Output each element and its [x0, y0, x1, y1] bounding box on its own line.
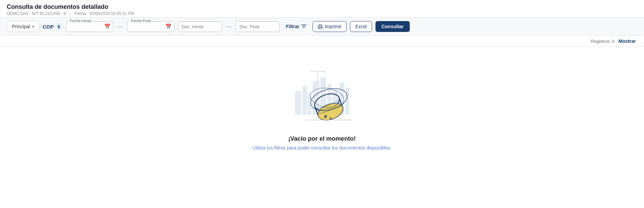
filtrar-label: Filtrar [286, 24, 299, 29]
fecha-final-label: Fecha Final [130, 19, 151, 23]
doc-final-field [236, 21, 280, 32]
filtrar-button[interactable]: Filtrar [283, 21, 309, 32]
fecha-inicial-field: Fecha Inicial 01/09/2024 📅 [66, 21, 113, 32]
doc-final-input[interactable] [236, 21, 280, 32]
subtitle-divider: | [70, 11, 71, 16]
currency-icon: $ [55, 23, 62, 30]
company-name: DEMO SAS - NIT 85,133,458 - 9 [7, 11, 66, 16]
svg-rect-9 [345, 88, 349, 115]
chevron-down-icon: ▾ [32, 24, 34, 29]
page-subtitle: DEMO SAS - NIT 85,133,458 - 9 | Fecha: 0… [7, 11, 637, 16]
empty-illustration [285, 60, 360, 128]
consultar-button[interactable]: Consultar [375, 21, 410, 32]
svg-rect-12 [325, 72, 326, 79]
doc-inicial-input[interactable] [178, 21, 222, 32]
date-range-separator: — [117, 23, 123, 30]
empty-subtitle: Utiliza los filtros para poder consultar… [253, 145, 391, 151]
page-title: Consulta de documentos detallado [7, 3, 637, 11]
fecha-inicial-input[interactable]: 01/09/2024 [66, 21, 113, 32]
filter-icon [301, 24, 307, 29]
svg-rect-2 [302, 86, 307, 115]
svg-point-21 [330, 117, 332, 120]
results-bar: Registros: 0 Mostrar [0, 36, 644, 47]
imprimir-label: Imprimir [325, 24, 342, 29]
doc-range-separator: — [226, 23, 232, 30]
svg-rect-11 [310, 71, 326, 72]
registros-count: Registros: 0 [591, 39, 614, 44]
toolbar: Principal ▾ COP $ Fecha Inicial 01/09/20… [0, 18, 644, 36]
print-icon [318, 24, 323, 29]
currency-selector[interactable]: COP $ [43, 23, 63, 30]
currency-code: COP [43, 24, 54, 30]
consultar-label: Consultar [382, 24, 404, 29]
empty-title: ¡Vacío por el momento! [288, 135, 356, 142]
imprimir-button[interactable]: Imprimir [313, 21, 347, 32]
principal-label: Principal [12, 24, 30, 29]
empty-state: ¡Vacío por el momento! Utiliza los filtr… [0, 47, 644, 171]
svg-rect-10 [317, 71, 318, 91]
mostrar-button[interactable]: Mostrar [619, 38, 636, 44]
svg-point-20 [324, 115, 327, 118]
fecha-final-field: Fecha Final 02/09/2024 📅 [127, 21, 174, 32]
excel-label: Excel [355, 24, 367, 29]
date-label: Fecha: [75, 11, 87, 16]
fecha-inicial-label: Fecha Inicial [69, 19, 92, 23]
principal-dropdown[interactable]: Principal ▾ [7, 21, 39, 32]
svg-rect-1 [295, 91, 301, 115]
excel-button[interactable]: Excel [350, 21, 372, 32]
fecha-final-input[interactable]: 02/09/2024 [127, 21, 174, 32]
doc-inicial-field [178, 21, 222, 32]
svg-rect-0 [319, 27, 322, 29]
page-header: Consulta de documentos detallado DEMO SA… [0, 0, 644, 18]
date-value: 02/09/2024 04:05:41 PM [90, 11, 134, 16]
